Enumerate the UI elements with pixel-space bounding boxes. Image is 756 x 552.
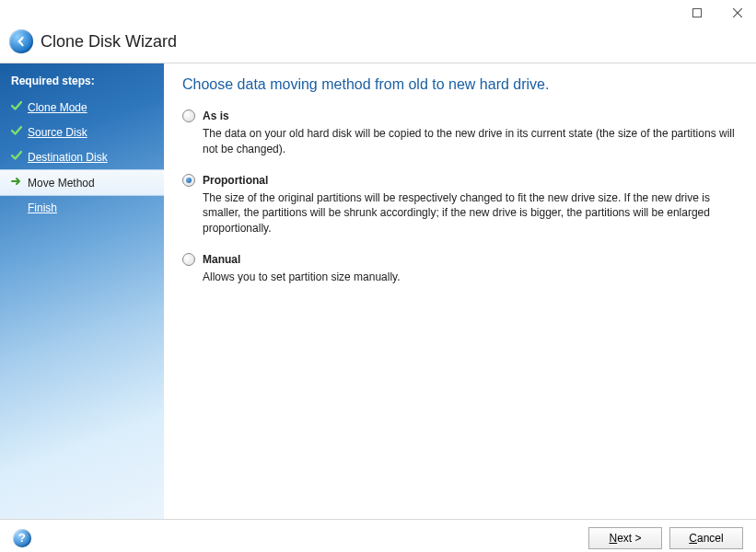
check-icon xyxy=(11,150,22,164)
check-icon xyxy=(11,100,22,114)
maximize-button[interactable] xyxy=(686,4,708,22)
sidebar-item-label[interactable]: Source Disk xyxy=(28,126,87,139)
option-description: Allows you to set partition size manuall… xyxy=(203,270,738,285)
page-title: Clone Disk Wizard xyxy=(41,32,177,52)
sidebar: Required steps: Clone Mode Source Disk D… xyxy=(0,63,164,519)
sidebar-item-source-disk[interactable]: Source Disk xyxy=(0,120,164,144)
sidebar-item-label[interactable]: Destination Disk xyxy=(28,151,108,164)
sidebar-item-label[interactable]: Finish xyxy=(28,201,57,214)
sidebar-item-move-method[interactable]: Move Method xyxy=(0,169,164,196)
option-asis[interactable]: As is The data on your old hard disk wil… xyxy=(182,109,738,157)
titlebar xyxy=(0,0,756,26)
sidebar-item-label: Move Method xyxy=(28,177,95,190)
option-description: The size of the original partitions will… xyxy=(203,190,738,236)
option-manual[interactable]: Manual Allows you to set partition size … xyxy=(182,253,738,285)
header: Clone Disk Wizard xyxy=(0,26,756,63)
arrow-right-icon xyxy=(11,176,22,190)
help-icon[interactable]: ? xyxy=(13,529,31,547)
radio-asis[interactable] xyxy=(182,109,195,122)
radio-manual[interactable] xyxy=(182,253,195,266)
sidebar-item-label[interactable]: Clone Mode xyxy=(28,101,87,114)
sidebar-item-destination-disk[interactable]: Destination Disk xyxy=(0,144,164,169)
content: Choose data moving method from old to ne… xyxy=(164,63,756,519)
back-icon[interactable] xyxy=(9,29,33,53)
content-heading: Choose data moving method from old to ne… xyxy=(182,76,738,93)
check-icon xyxy=(11,125,22,139)
option-label: Manual xyxy=(203,253,240,266)
footer: ? Next > Cancel xyxy=(0,519,756,552)
option-proportional[interactable]: Proportional The size of the original pa… xyxy=(182,174,738,236)
option-label: Proportional xyxy=(203,174,268,187)
cancel-button[interactable]: Cancel xyxy=(669,527,743,549)
sidebar-item-finish[interactable]: Finish xyxy=(0,196,164,220)
radio-proportional[interactable] xyxy=(182,174,195,187)
svg-rect-0 xyxy=(693,9,702,17)
sidebar-header: Required steps: xyxy=(0,71,164,95)
next-button[interactable]: Next > xyxy=(588,527,662,549)
option-description: The data on your old hard disk will be c… xyxy=(203,126,738,157)
close-button[interactable] xyxy=(727,4,749,22)
option-label: As is xyxy=(203,109,229,122)
sidebar-item-clone-mode[interactable]: Clone Mode xyxy=(0,95,164,120)
